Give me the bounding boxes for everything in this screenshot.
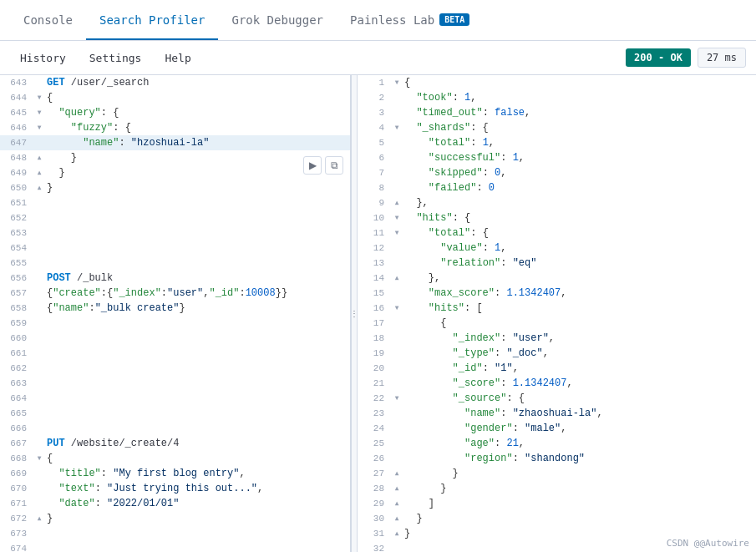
line-number: 648: [0, 150, 33, 165]
line-number: 16: [358, 301, 391, 316]
line-content: "successful": 1,: [403, 150, 756, 165]
fold-indicator[interactable]: ▴: [391, 511, 403, 526]
fold-indicator[interactable]: ▴: [391, 466, 403, 481]
line-content: "max_score": 1.1342407,: [403, 286, 756, 301]
table-row: 6 "successful": 1,: [358, 150, 756, 165]
fold-indicator[interactable]: ▴: [33, 150, 45, 165]
table-row: 669 "title": "My first blog entry",: [0, 466, 350, 481]
left-panel[interactable]: ▶ ⧉ 643GET /user/_search644▾{645▾ "query…: [0, 75, 351, 552]
line-content: }: [403, 511, 756, 526]
fold-indicator[interactable]: ▾: [391, 301, 403, 316]
line-content: "total": {: [403, 225, 756, 241]
table-row: 654: [0, 241, 350, 256]
line-number: 663: [0, 376, 33, 391]
main-content: ▶ ⧉ 643GET /user/_search644▾{645▾ "query…: [0, 75, 756, 552]
table-row: 7 "skipped": 0,: [358, 165, 756, 180]
line-number: 660: [0, 331, 33, 346]
line-content: "name": "zhaoshuai-la",: [403, 406, 756, 421]
fold-indicator[interactable]: ▾: [391, 225, 403, 241]
line-number: 664: [0, 391, 33, 406]
line-number: 21: [358, 376, 391, 391]
table-row: 653: [0, 225, 350, 241]
status-badges: 200 - OK 27 ms: [626, 48, 746, 68]
line-number: 645: [0, 105, 33, 120]
fold-indicator[interactable]: ▴: [33, 511, 45, 526]
fold-indicator[interactable]: ▴: [391, 195, 403, 210]
line-content: "timed_out": false,: [403, 105, 756, 120]
table-row: 652: [0, 210, 350, 225]
line-content: {"create":{"_index":"user","_id":10008}}: [45, 286, 350, 301]
fold-indicator[interactable]: ▴: [391, 481, 403, 496]
line-number: 4: [358, 120, 391, 135]
attribution: CSDN @@Autowire: [667, 538, 749, 549]
line-number: 24: [358, 421, 391, 436]
fold-indicator[interactable]: ▾: [33, 120, 45, 135]
copy-button[interactable]: ⧉: [325, 156, 343, 175]
line-content: {: [45, 90, 350, 105]
line-number: 662: [0, 361, 33, 376]
line-number: 9: [358, 195, 391, 210]
table-row: 673: [0, 526, 350, 541]
table-row: 16▾ "hits": [: [358, 301, 756, 316]
beta-badge: BETA: [439, 13, 469, 26]
run-button[interactable]: ▶: [303, 156, 322, 175]
line-content: "_id": "1",: [403, 361, 756, 376]
panel-divider[interactable]: ⋮: [351, 75, 358, 552]
fold-indicator[interactable]: ▴: [391, 526, 403, 541]
fold-indicator[interactable]: ▴: [33, 180, 45, 195]
table-row: 12 "value": 1,: [358, 241, 756, 256]
nav-history[interactable]: History: [10, 45, 76, 71]
table-row: 670 "text": "Just trying this out...",: [0, 481, 350, 496]
line-number: 30: [358, 511, 391, 526]
line-number: 31: [358, 526, 391, 541]
line-number: 646: [0, 120, 33, 135]
tab-grok-debugger[interactable]: Grok Debugger: [218, 2, 337, 40]
table-row: 674: [0, 541, 350, 552]
table-row: 29▴ ]: [358, 496, 756, 511]
fold-indicator[interactable]: ▴: [391, 271, 403, 286]
line-number: 643: [0, 75, 33, 90]
line-number: 653: [0, 225, 33, 241]
table-row: 644▾{: [0, 90, 350, 105]
line-number: 27: [358, 466, 391, 481]
table-row: 667PUT /website/_create/4: [0, 436, 350, 451]
line-content: },: [403, 271, 756, 286]
left-code-block: 643GET /user/_search644▾{645▾ "query": {…: [0, 75, 350, 552]
line-content: {: [403, 75, 756, 90]
line-number: 17: [358, 316, 391, 331]
table-row: 17 {: [358, 316, 756, 331]
fold-indicator[interactable]: ▾: [391, 391, 403, 406]
fold-indicator[interactable]: ▾: [33, 451, 45, 466]
tab-search-profiler[interactable]: Search Profiler: [86, 2, 218, 40]
line-number: 20: [358, 361, 391, 376]
table-row: 649▴ }: [0, 165, 350, 180]
line-content: "fuzzy": {: [45, 120, 350, 135]
nav-help[interactable]: Help: [155, 45, 200, 71]
line-number: 661: [0, 346, 33, 361]
fold-indicator[interactable]: ▾: [391, 120, 403, 135]
line-number: 658: [0, 301, 33, 316]
table-row: 21 "_score": 1.1342407,: [358, 376, 756, 391]
line-content: }: [403, 481, 756, 496]
line-content: "age": 21,: [403, 436, 756, 451]
fold-indicator[interactable]: ▾: [391, 210, 403, 225]
tab-console[interactable]: Console: [10, 2, 86, 40]
fold-indicator[interactable]: ▴: [391, 496, 403, 511]
top-nav: Console Search Profiler Grok Debugger Pa…: [0, 0, 756, 41]
table-row: 663: [0, 376, 350, 391]
table-row: 5 "total": 1,: [358, 135, 756, 150]
fold-indicator[interactable]: ▾: [33, 90, 45, 105]
tab-painless-lab[interactable]: Painless Lab BETA: [337, 2, 483, 40]
nav-settings[interactable]: Settings: [79, 45, 152, 71]
code-actions: ▶ ⧉: [303, 156, 343, 175]
fold-indicator[interactable]: ▾: [33, 105, 45, 120]
line-content: {: [45, 451, 350, 466]
line-number: 651: [0, 195, 33, 210]
table-row: 645▾ "query": {: [0, 105, 350, 120]
line-number: 15: [358, 286, 391, 301]
fold-indicator[interactable]: ▴: [33, 165, 45, 180]
line-number: 654: [0, 241, 33, 256]
fold-indicator[interactable]: ▾: [391, 75, 403, 90]
line-content: "value": 1,: [403, 241, 756, 256]
right-panel[interactable]: 1▾{2 "took": 1,3 "timed_out": false,4▾ "…: [358, 75, 756, 552]
